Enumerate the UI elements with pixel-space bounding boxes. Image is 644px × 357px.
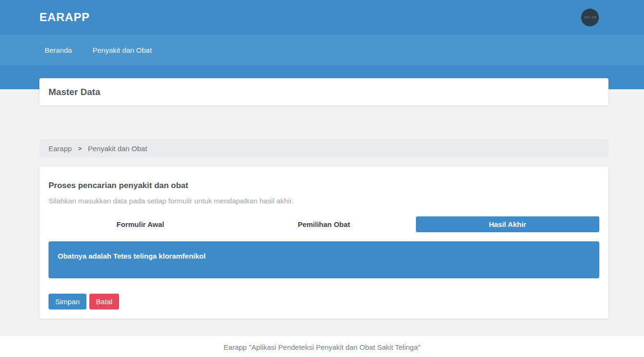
cancel-button[interactable]: Batal — [89, 294, 119, 309]
main-navbar: Beranda Penyakit dan Obat — [0, 35, 644, 65]
brand-logo[interactable]: EARAPP — [39, 11, 90, 24]
save-button[interactable]: Simpan — [49, 294, 86, 309]
page-title: Master Data — [49, 87, 100, 97]
user-avatar[interactable]: 128 x 128 — [581, 9, 599, 26]
wizard-tabs: Formulir Awal Pemilihan Obat Hasil Akhir — [49, 216, 599, 232]
tab-formulir-awal[interactable]: Formulir Awal — [49, 216, 232, 232]
nav-item-beranda[interactable]: Beranda — [45, 46, 72, 54]
card-heading: Proses pencarian penyakit dan obat — [49, 181, 599, 190]
process-card: Proses pencarian penyakit dan obat Silah… — [39, 167, 608, 319]
chevron-right-icon: > — [78, 145, 82, 152]
breadcrumb-item-earapp[interactable]: Earapp — [49, 144, 72, 153]
avatar-placeholder-text: 128 x 128 — [583, 16, 596, 19]
page-container: Master Data Earapp > Penyakit dan Obat P… — [39, 78, 608, 319]
result-alert: Obatnya adalah Tetes telinga kloramfenik… — [49, 241, 599, 278]
footer-text: Earapp "Aplikasi Pendeteksi Penyakit dan… — [224, 343, 421, 351]
tab-hasil-akhir[interactable]: Hasil Akhir — [416, 216, 599, 232]
tab-pemilihan-obat[interactable]: Pemilihan Obat — [232, 216, 415, 232]
app-header: EARAPP 128 x 128 — [0, 0, 644, 35]
result-alert-text: Obatnya adalah Tetes telinga kloramfenik… — [58, 252, 206, 260]
card-subheading: Silahkan masukkan data pada setiap formu… — [49, 197, 599, 205]
breadcrumb-item-current: Penyakit dan Obat — [88, 144, 147, 153]
page-title-card: Master Data — [39, 78, 608, 106]
nav-item-penyakit-dan-obat[interactable]: Penyakit dan Obat — [93, 46, 152, 54]
breadcrumb: Earapp > Penyakit dan Obat — [39, 139, 608, 157]
form-actions: Simpan Batal — [49, 294, 599, 309]
app-footer: Earapp "Aplikasi Pendeteksi Penyakit dan… — [0, 336, 644, 357]
